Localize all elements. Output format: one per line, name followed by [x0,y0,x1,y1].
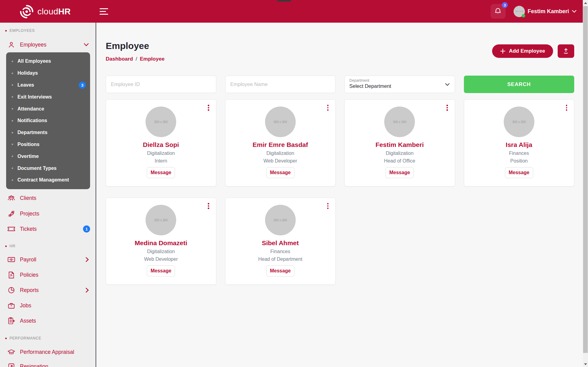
kebab-menu-icon[interactable] [327,202,329,210]
brand-logo[interactable]: cloudHR [20,5,71,19]
employee-cards-grid: 300 x 300 Diellza Sopi Digitalization In… [106,99,574,285]
user-menu-chevron-down-icon[interactable] [572,10,577,13]
sidebar-item-label: Resignation [20,363,48,367]
department-select[interactable]: Department Select Department [344,76,455,93]
submenu-label: Document Types [17,166,57,171]
submenu-label: Notifications [17,118,47,123]
bullet-icon [12,155,13,157]
employee-name: Festim Kamberi [375,141,424,148]
employee-id-input[interactable] [106,76,216,93]
employee-name-input[interactable] [225,76,336,93]
employee-avatar: 300 x 300 [504,107,534,137]
message-button[interactable]: Message [266,167,294,178]
resignation-box-arrow-icon [7,362,15,367]
message-button[interactable]: Message [385,167,414,178]
sidebar-item-resignation[interactable]: Resignation [0,360,96,367]
employee-card-emir-emre-basdaf: 300 x 300 Emir Emre Basdaf Digitalizatio… [225,99,336,186]
online-status-dot [522,14,525,17]
message-button[interactable]: Message [147,167,175,178]
sidebar-item-label: Projects [20,211,39,217]
content-header: Employee Dashboard / Employee Add Em [106,41,574,62]
hamburger-menu-icon[interactable] [100,8,109,15]
employee-department: Digitalization [266,151,294,156]
banknote-icon [7,256,15,264]
avatar-placeholder-text: 300 x 300 [154,219,168,222]
sidebar-item-label: Clients [20,195,36,201]
employee-card-festim-kamberi: 300 x 300 Festim Kamberi Digitalization … [344,99,455,186]
sidebar-section-hr: HR [0,242,96,250]
submenu-item-leaves[interactable]: Leaves3 [6,79,90,91]
submenu-label: Leaves [17,82,34,88]
browser-artifact-strip [277,0,291,2]
kebab-menu-icon[interactable] [207,104,210,111]
sidebar-section-employees: EMPLOYEES [0,26,96,35]
submenu-item-attendance[interactable]: Attendance [6,103,90,115]
submenu-item-contract-management[interactable]: Contract Management [6,174,90,186]
scrollbar-down-arrow-icon[interactable] [584,363,587,365]
employee-avatar: 300 x 300 [265,205,296,235]
scrollbar-up-arrow-icon[interactable] [584,2,587,4]
breadcrumb-dashboard-link[interactable]: Dashboard [106,56,133,62]
sidebar-item-payroll[interactable]: Payroll [0,253,96,266]
add-employee-button[interactable]: Add Employee [492,44,553,58]
notification-count-badge: 3 [502,2,508,8]
user-avatar[interactable]: 300 x 300 [514,6,525,17]
employee-card-medina-domazeti: 300 x 300 Medina Domazeti Digitalization… [106,198,216,285]
sidebar-item-assets[interactable]: Assets [0,315,96,327]
submenu-item-all-employees[interactable]: All Employees [6,55,90,67]
kebab-menu-icon[interactable] [207,202,210,210]
kebab-menu-icon[interactable] [565,104,568,111]
bullet-icon [12,179,13,181]
sidebar-item-jobs[interactable]: Jobs [0,299,96,312]
sidebar-item-policies[interactable]: Policies [0,269,96,281]
sidebar-item-label: Performance Appraisal [20,349,74,355]
avatar-placeholder-text: 300 x 300 [515,10,523,12]
upload-button[interactable] [558,44,574,58]
search-button[interactable]: SEARCH [464,76,575,93]
page-scrollbar[interactable] [583,0,588,367]
chevron-right-icon [85,257,89,262]
avatar-placeholder-text: 300 x 300 [274,219,287,222]
sidebar-item-tickets[interactable]: Tickets 1 [0,223,96,235]
submenu-item-overtime[interactable]: Overtime [6,150,90,162]
employee-name: Sibel Ahmet [262,239,299,247]
submenu-item-departments[interactable]: Departments [6,127,90,139]
message-button[interactable]: Message [266,265,294,276]
avatar-placeholder-text: 300 x 300 [393,120,406,124]
scrollbar-thumb[interactable] [583,6,588,353]
avatar-placeholder-text: 300 x 300 [154,120,168,124]
employee-position: Web Developer [144,257,178,262]
section-dot-icon [5,30,7,32]
bullet-icon [12,120,13,122]
breadcrumb-employee-link[interactable]: Employee [140,56,165,62]
submenu-item-document-types[interactable]: Document Types [6,162,90,174]
message-button[interactable]: Message [505,167,533,178]
employee-avatar: 300 x 300 [146,107,176,137]
body-row: EMPLOYEES Employees All Emplo [0,23,583,367]
notifications-button[interactable]: 3 [491,4,506,19]
submenu-label: Exit Interviews [17,94,52,100]
employee-name: Isra Alija [506,141,532,148]
person-icon [7,41,15,49]
avatar-placeholder-text: 300 x 300 [512,120,526,124]
briefcase-icon [7,301,15,309]
employee-name: Diellza Sopi [143,141,179,148]
graduation-cap-icon [7,348,15,356]
submenu-item-positions[interactable]: Positions [6,139,90,151]
submenu-item-exit-interviews[interactable]: Exit Interviews [6,91,90,103]
submenu-item-notifications[interactable]: Notifications [6,115,90,127]
submenu-item-holidays[interactable]: Holidays [6,67,90,79]
sidebar-item-employees[interactable]: Employees [0,39,96,51]
bullet-icon [12,96,13,98]
sidebar-item-projects[interactable]: Projects [0,208,96,220]
sidebar-item-clients[interactable]: Clients [0,192,96,204]
header-actions: Add Employee [492,44,574,58]
employee-name: Emir Emre Basdaf [252,141,308,148]
department-select-label: Department [349,78,450,83]
employee-name: Medina Domazeti [135,239,187,247]
sidebar-item-reports[interactable]: Reports [0,284,96,296]
sidebar-item-performance-appraisal[interactable]: Performance Appraisal [0,346,96,358]
message-button[interactable]: Message [147,265,175,276]
kebab-menu-icon[interactable] [327,104,329,111]
kebab-menu-icon[interactable] [446,104,449,111]
